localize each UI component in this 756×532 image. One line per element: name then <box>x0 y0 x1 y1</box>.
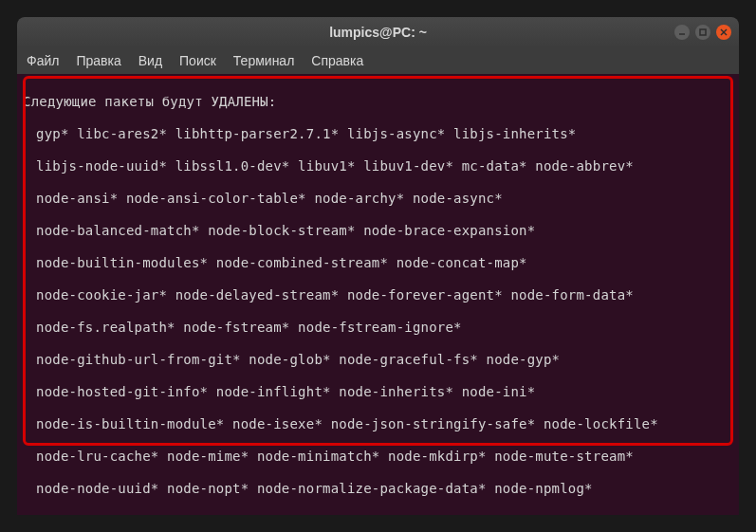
minimize-button[interactable] <box>674 25 690 40</box>
menu-help[interactable]: Справка <box>311 53 363 68</box>
package-list-line: node-github-url-from-git* node-glob* nod… <box>23 352 733 368</box>
package-list-line: gyp* libc-ares2* libhttp-parser2.7.1* li… <box>23 126 733 142</box>
package-list-line: libjs-node-uuid* libssl1.0-dev* libuv1* … <box>23 158 733 174</box>
menu-view[interactable]: Вид <box>138 53 162 68</box>
package-list-line: node-fs.realpath* node-fstream* node-fst… <box>23 320 733 336</box>
package-list-line: node-builtin-modules* node-combined-stre… <box>23 255 733 271</box>
terminal-output[interactable]: Следующие пакеты будут УДАЛЕНЫ: gyp* lib… <box>17 74 739 515</box>
window-title: lumpics@PC: ~ <box>329 25 427 40</box>
menu-file[interactable]: Файл <box>27 53 59 68</box>
package-list-line: node-lru-cache* node-mime* node-minimatc… <box>23 449 733 465</box>
package-list-line: node-once* node-osenv* node-path-is-abso… <box>23 513 733 515</box>
terminal-window: lumpics@PC: ~ Файл Правка Вид Поиск Терм… <box>17 17 739 515</box>
menu-search[interactable]: Поиск <box>179 53 216 68</box>
package-list-line: node-node-uuid* node-nopt* node-normaliz… <box>23 481 733 497</box>
svg-rect-1 <box>700 29 706 35</box>
menubar: Файл Правка Вид Поиск Терминал Справка <box>17 47 739 74</box>
titlebar: lumpics@PC: ~ <box>17 17 739 47</box>
maximize-button[interactable] <box>695 25 710 40</box>
remove-header: Следующие пакеты будут УДАЛЕНЫ: <box>23 94 733 110</box>
menu-terminal[interactable]: Терминал <box>233 53 294 68</box>
close-button[interactable] <box>716 25 731 40</box>
package-list-line: node-ansi* node-ansi-color-table* node-a… <box>23 191 733 207</box>
package-list-line: node-cookie-jar* node-delayed-stream* no… <box>23 287 733 303</box>
package-list-line: node-hosted-git-info* node-inflight* nod… <box>23 384 733 400</box>
package-list-line: node-balanced-match* node-block-stream* … <box>23 223 733 239</box>
menu-edit[interactable]: Правка <box>76 53 120 68</box>
package-list-line: node-is-builtin-module* node-isexe* node… <box>23 416 733 432</box>
window-controls <box>674 25 731 40</box>
